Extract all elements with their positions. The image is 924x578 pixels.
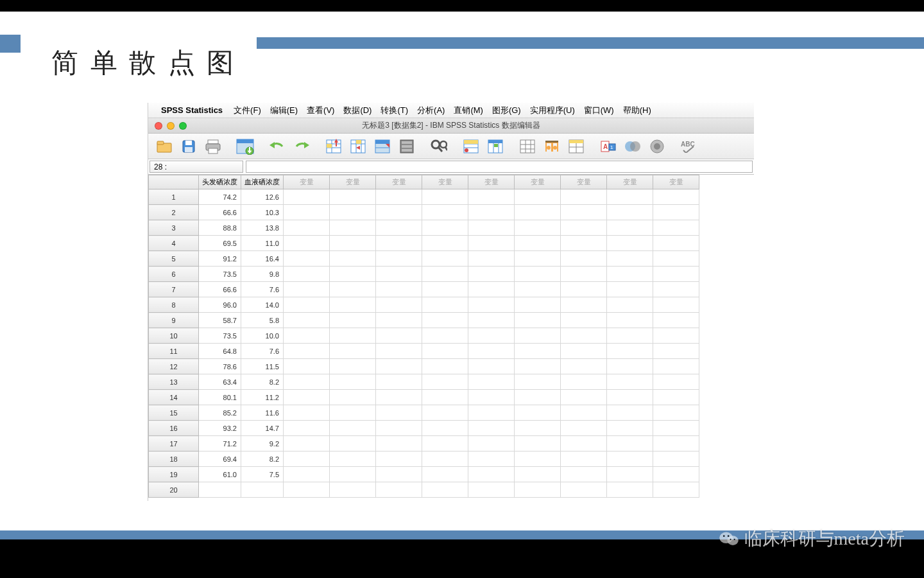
empty-cell[interactable] <box>653 328 699 344</box>
empty-cell[interactable] <box>376 421 422 436</box>
empty-cell[interactable] <box>284 421 330 436</box>
menu-item[interactable]: 窗口(W) <box>579 105 619 115</box>
empty-cell[interactable] <box>607 313 653 328</box>
empty-cell[interactable] <box>468 220 515 236</box>
empty-cell[interactable] <box>284 328 330 344</box>
data-cell[interactable]: 85.2 <box>199 405 241 421</box>
empty-cell[interactable] <box>330 344 376 359</box>
empty-cell[interactable] <box>607 359 653 374</box>
empty-cell[interactable] <box>422 467 468 482</box>
data-cell[interactable]: 10.0 <box>241 328 284 344</box>
empty-cell[interactable] <box>515 205 561 220</box>
close-icon[interactable] <box>155 122 162 130</box>
save-icon[interactable] <box>178 136 200 157</box>
empty-cell[interactable] <box>468 482 515 498</box>
empty-cell[interactable] <box>515 328 561 344</box>
row-header[interactable]: 19 <box>149 467 199 482</box>
data-cell[interactable]: 7.6 <box>241 282 284 297</box>
empty-cell[interactable] <box>284 313 330 328</box>
data-cell[interactable]: 10.3 <box>241 205 284 220</box>
empty-cell[interactable] <box>376 467 422 482</box>
empty-cell[interactable] <box>422 328 468 344</box>
empty-cell[interactable] <box>607 344 653 359</box>
column-header-empty[interactable]: 变量 <box>284 175 330 189</box>
empty-cell[interactable] <box>653 482 699 498</box>
empty-cell[interactable] <box>515 482 561 498</box>
empty-cell[interactable] <box>515 267 561 282</box>
empty-cell[interactable] <box>284 189 330 205</box>
empty-cell[interactable] <box>653 205 699 220</box>
empty-cell[interactable] <box>515 405 561 421</box>
empty-cell[interactable] <box>422 390 468 405</box>
weight-cases-icon[interactable] <box>484 136 506 157</box>
data-cell[interactable]: 14.0 <box>241 297 284 313</box>
empty-cell[interactable] <box>607 436 653 451</box>
cell-value-input[interactable] <box>246 161 753 173</box>
data-grid[interactable]: 头发硒浓度血液硒浓度变量变量变量变量变量变量变量变量变量174.212.6266… <box>148 175 754 501</box>
empty-cell[interactable] <box>561 390 607 405</box>
data-cell[interactable]: 73.5 <box>199 328 241 344</box>
row-header[interactable]: 16 <box>149 421 199 436</box>
data-cell[interactable]: 96.0 <box>199 297 241 313</box>
empty-cell[interactable] <box>376 436 422 451</box>
row-header[interactable]: 17 <box>149 436 199 451</box>
empty-cell[interactable] <box>422 405 468 421</box>
find-icon[interactable] <box>428 136 450 157</box>
row-header[interactable]: 12 <box>149 359 199 374</box>
empty-cell[interactable] <box>561 189 607 205</box>
empty-cell[interactable] <box>284 282 330 297</box>
empty-cell[interactable] <box>330 436 376 451</box>
row-header[interactable]: 5 <box>149 251 199 267</box>
empty-cell[interactable] <box>330 374 376 390</box>
empty-cell[interactable] <box>284 467 330 482</box>
empty-cell[interactable] <box>468 251 515 267</box>
menu-item[interactable]: 数据(D) <box>339 105 376 115</box>
empty-cell[interactable] <box>330 189 376 205</box>
empty-cell[interactable] <box>330 451 376 467</box>
data-cell[interactable]: 11.5 <box>241 359 284 374</box>
empty-cell[interactable] <box>468 374 515 390</box>
empty-cell[interactable] <box>607 282 653 297</box>
empty-cell[interactable] <box>376 267 422 282</box>
empty-cell[interactable] <box>515 236 561 251</box>
empty-cell[interactable] <box>515 436 561 451</box>
data-cell[interactable]: 14.7 <box>241 421 284 436</box>
data-cell[interactable]: 66.6 <box>199 282 241 297</box>
empty-cell[interactable] <box>515 467 561 482</box>
empty-cell[interactable] <box>561 344 607 359</box>
empty-cell[interactable] <box>376 359 422 374</box>
empty-cell[interactable] <box>561 220 607 236</box>
empty-cell[interactable] <box>284 220 330 236</box>
empty-cell[interactable] <box>284 482 330 498</box>
grid-corner[interactable] <box>149 175 199 189</box>
empty-cell[interactable] <box>376 405 422 421</box>
empty-cell[interactable] <box>515 313 561 328</box>
menu-item[interactable]: 分析(A) <box>413 105 449 115</box>
empty-cell[interactable] <box>468 313 515 328</box>
empty-cell[interactable] <box>607 189 653 205</box>
empty-cell[interactable] <box>561 236 607 251</box>
menu-item[interactable]: 编辑(E) <box>266 105 302 115</box>
empty-cell[interactable] <box>330 405 376 421</box>
column-header-empty[interactable]: 变量 <box>653 175 699 189</box>
empty-cell[interactable] <box>607 374 653 390</box>
empty-cell[interactable] <box>561 359 607 374</box>
row-header[interactable]: 11 <box>149 344 199 359</box>
column-header-empty[interactable]: 变量 <box>376 175 422 189</box>
row-header[interactable]: 4 <box>149 236 199 251</box>
empty-cell[interactable] <box>422 374 468 390</box>
column-header-empty[interactable]: 变量 <box>607 175 653 189</box>
empty-cell[interactable] <box>561 251 607 267</box>
empty-cell[interactable] <box>284 451 330 467</box>
empty-cell[interactable] <box>561 405 607 421</box>
empty-cell[interactable] <box>284 251 330 267</box>
empty-cell[interactable] <box>422 236 468 251</box>
empty-cell[interactable] <box>561 451 607 467</box>
empty-cell[interactable] <box>284 390 330 405</box>
empty-cell[interactable] <box>330 220 376 236</box>
empty-cell[interactable] <box>653 421 699 436</box>
empty-cell[interactable] <box>284 236 330 251</box>
data-cell[interactable]: 16.4 <box>241 251 284 267</box>
data-cell[interactable]: 7.6 <box>241 344 284 359</box>
empty-cell[interactable] <box>422 451 468 467</box>
